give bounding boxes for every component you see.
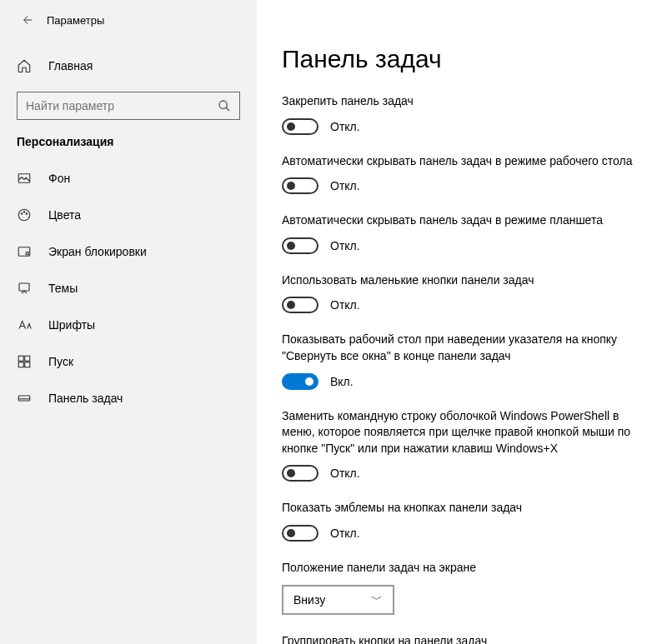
page-title: Панель задач — [282, 45, 650, 73]
toggle-status: Откл. — [330, 298, 360, 312]
setting-label: Автоматически скрывать панель задач в ре… — [282, 212, 640, 229]
setting-label: Использовать маленькие кнопки панели зад… — [282, 272, 640, 289]
toggle-switch[interactable] — [282, 373, 318, 390]
setting-2: Автоматически скрывать панель задач в ре… — [282, 212, 650, 254]
sidebar-item-themes[interactable]: Темы — [0, 270, 257, 307]
setting-0: Закрепить панель задачОткл. — [282, 93, 650, 135]
toggle-knob — [287, 182, 295, 190]
setting-4: Показывать рабочий стол при наведении ук… — [282, 332, 650, 389]
setting-label: Показывать рабочий стол при наведении ук… — [282, 332, 640, 364]
dropdown-value: Внизу — [293, 593, 325, 607]
toggle-status: Откл. — [330, 467, 360, 480]
toggle-knob — [287, 529, 295, 537]
sidebar-item-background[interactable]: Фон — [0, 160, 257, 197]
toggle-status: Откл. — [330, 239, 360, 252]
dropdown-select[interactable]: Внизу﹀ — [282, 585, 394, 615]
sidebar-home[interactable]: Главная — [0, 48, 257, 83]
svg-rect-11 — [18, 362, 23, 367]
toggle-status: Откл. — [330, 527, 360, 540]
svg-rect-9 — [18, 356, 23, 361]
toggle-row: Откл. — [282, 297, 650, 313]
toggle-switch[interactable] — [282, 297, 318, 313]
home-icon — [17, 58, 32, 73]
toggle-row: Откл. — [282, 465, 650, 482]
toggle-row: Вкл. — [282, 373, 650, 390]
svg-rect-10 — [25, 356, 30, 361]
toggle-row: Откл. — [282, 525, 650, 542]
setting-6: Показать эмблемы на кнопках панели задач… — [282, 500, 650, 542]
toggle-switch[interactable] — [282, 465, 318, 482]
toggle-row: Откл. — [282, 118, 650, 135]
setting-5: Заменить командную строку оболочкой Wind… — [282, 408, 650, 482]
palette-icon — [17, 207, 32, 222]
toggle-row: Откл. — [282, 177, 650, 194]
sidebar-item-fonts[interactable]: Шрифты — [0, 307, 257, 343]
sidebar-item-lockscreen[interactable]: Экран блокировки — [0, 233, 257, 270]
themes-icon — [17, 281, 32, 296]
back-button[interactable] — [17, 10, 37, 30]
dropdown-setting-0: Положение панели задач на экранеВнизу﹀ — [282, 560, 650, 615]
sidebar-item-label: Панель задач — [48, 392, 123, 405]
sidebar: Параметры Главная Персонализация Фон Цве… — [0, 0, 257, 644]
svg-point-0 — [219, 101, 227, 108]
taskbar-icon — [17, 391, 32, 406]
sidebar-section-title: Персонализация — [0, 135, 257, 160]
svg-rect-12 — [25, 362, 30, 367]
toggle-switch[interactable] — [282, 237, 318, 254]
setting-label: Закрепить панель задач — [282, 93, 640, 110]
dropdown-label: Положение панели задач на экране — [282, 560, 640, 577]
toggle-status: Откл. — [330, 179, 360, 192]
search-icon — [218, 99, 231, 112]
lockscreen-icon — [17, 244, 32, 259]
chevron-down-icon: ﹀ — [371, 592, 383, 607]
sidebar-item-label: Экран блокировки — [48, 245, 147, 258]
toggle-knob — [287, 242, 295, 250]
setting-label: Показать эмблемы на кнопках панели задач — [282, 500, 640, 517]
svg-point-5 — [26, 213, 28, 215]
toggle-status: Откл. — [330, 120, 360, 133]
sidebar-item-label: Темы — [48, 282, 78, 295]
toggle-status: Вкл. — [330, 375, 354, 388]
sidebar-item-start[interactable]: Пуск — [0, 343, 257, 380]
search-box[interactable] — [17, 92, 240, 120]
sidebar-item-label: Шрифты — [48, 318, 95, 332]
setting-label: Заменить командную строку оболочкой Wind… — [282, 408, 640, 457]
toggle-knob — [287, 122, 295, 131]
fonts-icon — [17, 317, 32, 332]
sidebar-item-label: Фон — [48, 172, 70, 185]
header-row: Параметры — [0, 0, 257, 40]
sidebar-item-colors[interactable]: Цвета — [0, 197, 257, 233]
dropdown-setting-1: Группировать кнопки на панели задачВсегд… — [282, 633, 650, 644]
svg-rect-13 — [18, 396, 30, 401]
dropdown-label: Группировать кнопки на панели задач — [282, 633, 640, 644]
arrow-left-icon — [20, 13, 33, 27]
toggle-knob — [287, 469, 295, 477]
setting-label: Автоматически скрывать панель задач в ре… — [282, 153, 640, 170]
toggle-row: Откл. — [282, 237, 650, 254]
toggle-switch[interactable] — [282, 177, 318, 194]
sidebar-item-taskbar[interactable]: Панель задач — [0, 380, 257, 417]
sidebar-home-label: Главная — [48, 59, 93, 72]
search-input[interactable] — [26, 99, 218, 112]
toggle-knob — [287, 301, 295, 309]
svg-point-4 — [23, 212, 25, 213]
picture-icon — [17, 171, 32, 186]
start-icon — [17, 354, 32, 369]
main-content: Панель задач Закрепить панель задачОткл.… — [257, 0, 667, 644]
setting-3: Использовать маленькие кнопки панели зад… — [282, 272, 650, 314]
sidebar-item-label: Цвета — [48, 208, 81, 222]
svg-point-3 — [21, 213, 23, 215]
toggle-knob — [305, 377, 313, 386]
toggle-switch[interactable] — [282, 118, 318, 135]
svg-rect-7 — [26, 252, 28, 255]
toggle-switch[interactable] — [282, 525, 318, 542]
setting-1: Автоматически скрывать панель задач в ре… — [282, 153, 650, 195]
sidebar-item-label: Пуск — [48, 355, 73, 368]
svg-rect-8 — [19, 283, 29, 291]
app-title: Параметры — [47, 14, 104, 27]
